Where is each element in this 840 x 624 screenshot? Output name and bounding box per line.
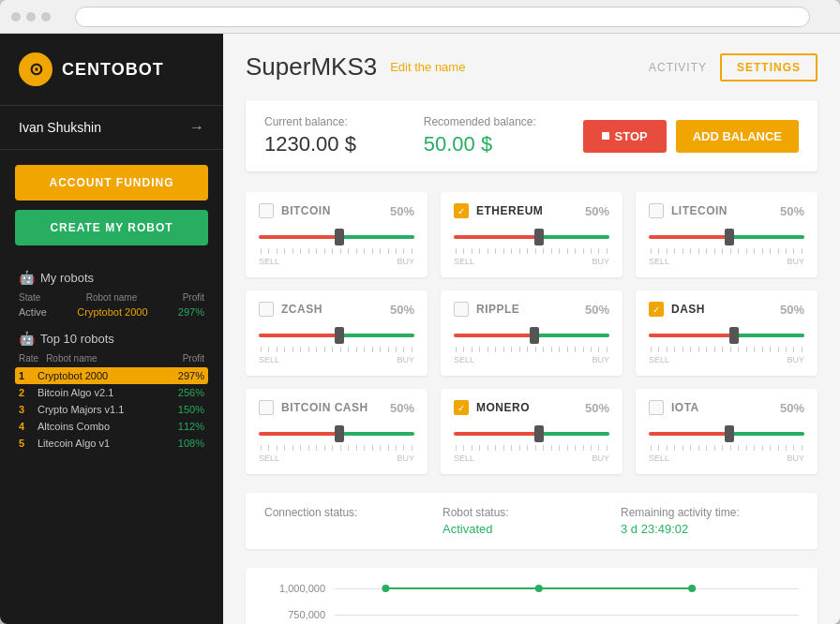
top10-item[interactable]: 5Litecoin Algo v1108% [19, 435, 204, 452]
slider-container [454, 424, 609, 443]
tick [316, 445, 317, 451]
slider-track[interactable] [259, 235, 414, 239]
sell-label: SELL [454, 355, 474, 364]
crypto-checkbox[interactable] [454, 302, 469, 317]
settings-button[interactable]: SETTINGS [720, 53, 818, 82]
tick [786, 445, 787, 451]
tick [340, 248, 341, 254]
slider-thumb[interactable] [534, 425, 544, 442]
tick [786, 248, 787, 254]
tick [488, 347, 488, 352]
recommended-balance-value: 50.00 $ [424, 132, 583, 156]
tick [472, 445, 472, 451]
tick [324, 248, 325, 254]
slider-thumb[interactable] [534, 229, 544, 245]
tick [607, 445, 608, 451]
crypto-checkbox[interactable]: ✓ [649, 302, 664, 317]
slider-labels: SELL BUY [649, 257, 804, 266]
logo-text: CENTOBOT [62, 60, 164, 80]
tick [598, 445, 599, 451]
tick [778, 347, 779, 352]
slider-track[interactable] [454, 334, 609, 337]
robot-status-label: Robot status: [442, 506, 621, 519]
tick [372, 347, 373, 352]
account-funding-button[interactable]: ACCOUNT FUNDING [15, 165, 208, 201]
buy-label: BUY [397, 453, 414, 463]
logout-icon[interactable]: → [189, 119, 204, 136]
crypto-percentage: 50% [585, 303, 609, 317]
slider-fill-green [337, 432, 414, 436]
crypto-checkbox[interactable]: ✓ [454, 203, 469, 218]
crypto-checkbox[interactable]: ✓ [454, 400, 469, 415]
tick [412, 248, 412, 254]
slider-thumb[interactable] [530, 327, 539, 344]
top10-item[interactable]: 4Altcoins Combo112% [19, 418, 204, 435]
slider-container [454, 326, 609, 345]
content-header: SuperMKS3 Edit the name ACTIVITY SETTING… [246, 52, 818, 82]
tick [479, 347, 480, 352]
slider-track[interactable] [259, 334, 414, 337]
top10-item[interactable]: 2Bitcoin Algo v2.1256% [19, 384, 204, 401]
slider-thumb[interactable] [335, 229, 344, 245]
recommended-balance-label: Recomended balance: [424, 115, 583, 128]
slider-track[interactable] [259, 432, 414, 436]
slider-thumb[interactable] [725, 229, 734, 245]
user-area: Ivan Shukshin → [0, 106, 223, 150]
crypto-header: BITCOIN CASH 50% [259, 400, 414, 415]
crypto-percentage: 50% [780, 401, 804, 415]
tick [463, 445, 464, 451]
slider-labels: SELL BUY [259, 453, 414, 463]
recommended-balance: Recomended balance: 50.00 $ [424, 115, 583, 156]
slider-thumb[interactable] [729, 327, 739, 344]
buy-label: BUY [397, 355, 414, 364]
tick [714, 347, 715, 352]
tick [388, 445, 389, 451]
tick [738, 347, 739, 352]
tick [746, 248, 747, 254]
url-bar[interactable] [75, 7, 810, 27]
slider-thumb[interactable] [335, 327, 344, 344]
add-balance-button[interactable]: ADD BALANCE [676, 120, 799, 153]
slider-container [259, 326, 414, 345]
crypto-checkbox[interactable] [259, 400, 274, 415]
tick [479, 445, 480, 451]
crypto-name-row: ✓ DASH [649, 302, 705, 317]
crypto-checkbox[interactable] [259, 302, 274, 317]
crypto-name: ZCASH [281, 303, 322, 316]
activity-link[interactable]: ACTIVITY [649, 61, 707, 74]
slider-track[interactable] [649, 235, 804, 239]
edit-name-link[interactable]: Edit the name [390, 60, 465, 74]
slider-container [649, 424, 804, 443]
slider-track[interactable] [649, 334, 804, 337]
crypto-checkbox[interactable] [259, 203, 274, 218]
tick [519, 248, 520, 254]
stop-button[interactable]: STOP [583, 120, 667, 153]
crypto-card-dash: ✓ DASH 50% SELL BUY [636, 290, 818, 376]
slider-track[interactable] [454, 235, 609, 239]
tick [488, 445, 488, 451]
tick [746, 347, 747, 352]
tick [802, 445, 802, 451]
slider-track[interactable] [454, 432, 609, 436]
tick [551, 248, 552, 254]
top10-item[interactable]: 3Crypto Majors v1.1150% [19, 401, 204, 418]
crypto-card-ethereum: ✓ ETHEREUM 50% SELL BUY [441, 192, 622, 277]
tick [292, 445, 293, 451]
tick [658, 445, 659, 451]
tick [511, 248, 512, 254]
slider-thumb[interactable] [725, 425, 734, 442]
tick [380, 248, 381, 254]
crypto-checkbox[interactable] [649, 400, 664, 415]
crypto-checkbox[interactable] [649, 203, 664, 218]
chart-y-label-2: 750,000 [264, 609, 325, 620]
slider-track[interactable] [649, 432, 804, 436]
top10-item[interactable]: 1Cryptobot 2000297% [15, 367, 208, 384]
tick [598, 347, 599, 352]
slider-thumb[interactable] [335, 425, 344, 442]
create-robot-button[interactable]: CREATE MY ROBOT [15, 210, 208, 245]
tick [292, 248, 293, 254]
tick [607, 347, 608, 352]
window-dot-3 [41, 12, 51, 22]
top10-list: 1Cryptobot 2000297%2Bitcoin Algo v2.1256… [19, 367, 204, 452]
tick [575, 445, 576, 451]
